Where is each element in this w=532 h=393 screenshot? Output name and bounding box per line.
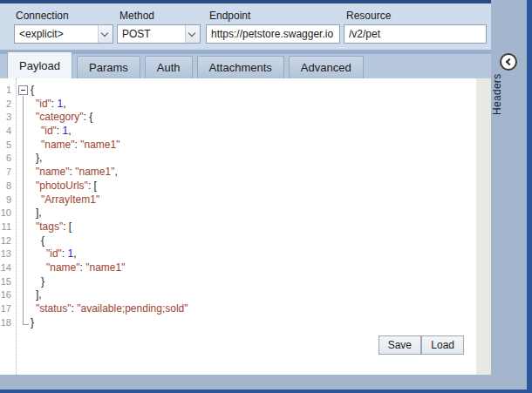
- fold-guide-line: [15, 193, 31, 207]
- method-select[interactable]: POST: [117, 24, 201, 44]
- code-line: 16],: [0, 288, 476, 302]
- connection-label: Connection: [16, 10, 69, 22]
- window-border-right: [527, 0, 532, 393]
- code-line: 2"id": 1,: [0, 98, 476, 112]
- code-line: 6},: [0, 152, 476, 166]
- connection-toolbar: Connection Method Endpoint Resource <exp…: [0, 3, 491, 50]
- code-line: 13"id": 1,: [0, 247, 476, 261]
- line-number: 16: [0, 288, 15, 302]
- minus-box-icon[interactable]: [18, 85, 28, 95]
- fold-guide-line: [15, 316, 31, 330]
- fold-guide-line: [15, 261, 31, 275]
- code-text: "ArrayItem1": [31, 193, 99, 207]
- code-line: 9"ArrayItem1": [0, 193, 476, 207]
- save-button[interactable]: Save: [379, 335, 421, 355]
- chevron-down-icon: [101, 30, 108, 37]
- line-number: 10: [0, 207, 15, 220]
- tab-params[interactable]: Params: [77, 56, 140, 78]
- code-text: "id": 1,: [31, 125, 72, 139]
- code-text: ],: [31, 207, 42, 220]
- fold-guide-line: [15, 111, 31, 125]
- code-text: "name": "name1",: [31, 166, 118, 180]
- tab-attachments[interactable]: Attachments: [197, 56, 284, 78]
- connection-value: <explicit>: [15, 28, 98, 40]
- code-line: 15}: [0, 275, 476, 289]
- line-number: 11: [0, 220, 15, 234]
- tab-payload[interactable]: Payload: [7, 51, 72, 78]
- payload-editor[interactable]: 1{2"id": 1,3"category": {4"id": 1,5"name…: [0, 78, 491, 375]
- resource-label: Resource: [346, 10, 391, 22]
- code-line: 4"id": 1,: [0, 125, 476, 139]
- editor-scrollbar[interactable]: [476, 78, 491, 375]
- line-number: 13: [0, 247, 15, 261]
- line-number: 8: [0, 180, 15, 193]
- code-line: 7"name": "name1",: [0, 166, 476, 180]
- fold-collapse-icon[interactable]: [15, 84, 31, 98]
- line-number: 14: [0, 261, 15, 275]
- fold-guide-line: [15, 139, 31, 152]
- endpoint-input[interactable]: [206, 24, 340, 44]
- code-line: 18}: [0, 316, 476, 330]
- fold-guide-line: [15, 125, 31, 139]
- fold-guide-line: [15, 288, 31, 302]
- line-number: 9: [0, 193, 15, 207]
- fold-guide-line: [15, 220, 31, 234]
- expand-headers-button[interactable]: [500, 53, 517, 71]
- code-line: 5"name": "name1": [0, 139, 476, 152]
- method-value: POST: [118, 28, 185, 40]
- headers-panel-title: Headers: [491, 75, 527, 115]
- code-text: "tags": [: [31, 220, 72, 234]
- chevron-left-icon: [506, 58, 513, 65]
- code-line: 17"status": "available;pending;sold": [0, 302, 476, 316]
- code-text: {: [31, 234, 44, 248]
- code-line: 10],: [0, 207, 476, 220]
- code-text: "id": 1,: [31, 247, 77, 261]
- code-text: }: [31, 316, 34, 330]
- line-number: 7: [0, 166, 15, 180]
- method-label: Method: [119, 10, 154, 22]
- code-line: 14"name": "name1": [0, 261, 476, 275]
- code-text: "category": {: [31, 111, 92, 125]
- code-line: 3"category": {: [0, 111, 476, 125]
- window-border-bottom: [0, 390, 532, 393]
- chevron-down-icon: [188, 30, 195, 37]
- line-number: 12: [0, 234, 15, 248]
- line-number: 1: [0, 84, 15, 98]
- connection-select[interactable]: <explicit>: [14, 24, 113, 44]
- line-number: 5: [0, 139, 15, 152]
- code-text: "status": "available;pending;sold": [31, 302, 188, 316]
- fold-guide-line: [15, 207, 31, 220]
- code-text: {: [31, 84, 34, 98]
- line-number: 18: [0, 316, 15, 330]
- tab-advanced[interactable]: Advanced: [289, 56, 364, 78]
- code-line: 11"tags": [: [0, 220, 476, 234]
- fold-guide-line: [15, 180, 31, 193]
- endpoint-label: Endpoint: [209, 10, 250, 22]
- line-number: 17: [0, 302, 15, 316]
- fold-guide-line: [15, 247, 31, 261]
- code-text: "name": "name1": [31, 139, 119, 152]
- line-number: 3: [0, 111, 15, 125]
- fold-guide-line: [15, 275, 31, 289]
- connection-dropdown-button[interactable]: [98, 25, 113, 43]
- resource-input[interactable]: [344, 24, 487, 44]
- code-text: "photoUrls": [: [31, 180, 97, 193]
- line-number: 4: [0, 125, 15, 139]
- request-tabs: PayloadParamsAuthAttachmentsAdvanced: [0, 50, 491, 78]
- fold-guide-line: [15, 98, 31, 112]
- code-text: },: [31, 152, 42, 166]
- fold-guide-line: [15, 234, 31, 248]
- headers-panel-collapsed: Headers: [491, 0, 527, 390]
- code-line: 1{: [0, 84, 476, 98]
- json-code: 1{2"id": 1,3"category": {4"id": 1,5"name…: [0, 84, 476, 329]
- line-number: 2: [0, 98, 15, 112]
- code-text: ],: [31, 288, 42, 302]
- code-text: }: [31, 275, 44, 289]
- code-text: "name": "name1": [31, 261, 125, 275]
- fold-guide-line: [15, 152, 31, 166]
- load-button[interactable]: Load: [421, 335, 464, 355]
- fold-guide-line: [15, 302, 31, 316]
- method-dropdown-button[interactable]: [185, 25, 200, 43]
- code-text: "id": 1,: [31, 98, 66, 112]
- tab-auth[interactable]: Auth: [145, 56, 193, 78]
